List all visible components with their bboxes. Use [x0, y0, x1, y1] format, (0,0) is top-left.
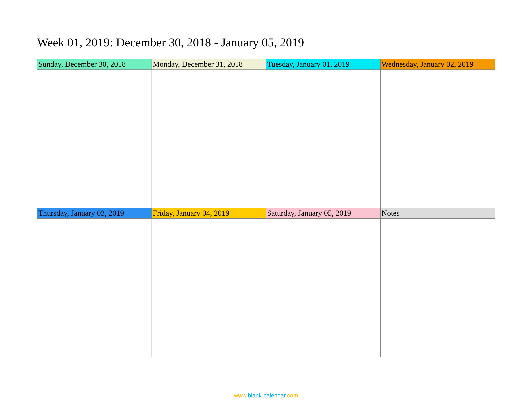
day-header-tuesday: Tuesday, January 01, 2019 — [266, 59, 380, 69]
day-header-saturday: Saturday, January 05, 2019 — [266, 208, 380, 218]
day-body-sunday[interactable] — [37, 69, 152, 208]
day-header-friday: Friday, January 04, 2019 — [152, 208, 266, 218]
footer-prefix: www. — [234, 392, 248, 399]
footer-domain: blank-calendar — [248, 392, 285, 399]
week-grid: Sunday, December 30, 2018 Monday, Decemb… — [37, 59, 495, 357]
day-header-thursday: Thursday, January 03, 2019 — [37, 208, 152, 218]
day-body-friday[interactable] — [152, 218, 266, 357]
day-body-thursday[interactable] — [37, 218, 152, 357]
day-header-wednesday: Wednesday, January 02, 2019 — [380, 59, 495, 69]
day-body-tuesday[interactable] — [266, 69, 380, 208]
notes-body[interactable] — [380, 218, 495, 357]
day-body-wednesday[interactable] — [380, 69, 495, 208]
day-body-monday[interactable] — [152, 69, 266, 208]
day-body-saturday[interactable] — [266, 218, 380, 357]
day-header-sunday: Sunday, December 30, 2018 — [37, 59, 152, 69]
day-header-monday: Monday, December 31, 2018 — [152, 59, 266, 69]
footer-suffix: .com — [285, 392, 298, 399]
notes-header: Notes — [380, 208, 495, 218]
footer-link[interactable]: www.blank-calendar.com — [0, 392, 532, 399]
calendar-page: Week 01, 2019: December 30, 2018 - Janua… — [0, 0, 532, 411]
page-title: Week 01, 2019: December 30, 2018 - Janua… — [37, 36, 495, 49]
